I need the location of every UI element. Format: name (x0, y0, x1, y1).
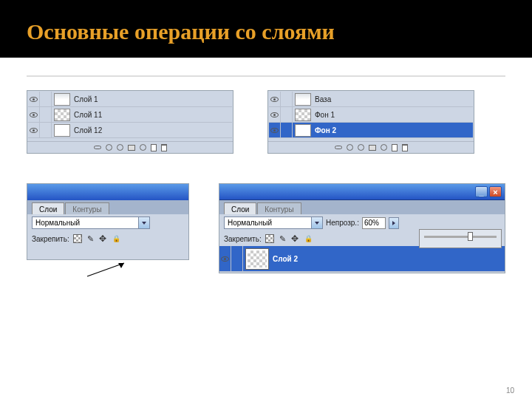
lock-pixels-icon[interactable] (86, 235, 95, 243)
visibility-toggle[interactable] (28, 92, 40, 106)
slide-header: Основные операции со слоями (0, 0, 532, 58)
tab-layers[interactable]: Слои (224, 202, 256, 214)
layer-name[interactable]: Слой 2 (273, 255, 298, 263)
lock-label: Закрепить: (224, 235, 262, 243)
layers-panel-a: Слой 1 Слой 11 Слой 12 (27, 90, 233, 154)
layer-name[interactable]: Ваза (315, 95, 331, 103)
eye-icon (270, 112, 279, 117)
visibility-toggle[interactable] (219, 246, 231, 272)
svg-line-0 (87, 263, 124, 276)
eye-icon (270, 128, 279, 133)
lock-position-icon[interactable]: ✥ (290, 234, 300, 244)
layer-thumbnail[interactable] (246, 249, 268, 269)
eye-icon (30, 112, 38, 117)
adjustment-icon[interactable] (140, 144, 146, 151)
eye-icon (221, 256, 229, 262)
panel-titlebar[interactable]: _ × (219, 184, 505, 200)
layer-mask-icon[interactable] (358, 144, 364, 151)
lock-position-icon[interactable]: ✥ (98, 234, 108, 244)
layer-thumbnail[interactable] (54, 124, 70, 137)
lock-all-icon[interactable] (304, 234, 313, 244)
delete-layer-icon[interactable] (402, 144, 408, 151)
eye-icon (30, 128, 38, 133)
eye-icon (270, 97, 279, 102)
opacity-flyout-button[interactable] (389, 217, 399, 229)
annotation-arrow (84, 262, 129, 278)
chevron-down-icon (138, 217, 149, 228)
divider (27, 75, 505, 77)
blend-mode-select[interactable]: Нормальный (32, 216, 150, 229)
opacity-field[interactable]: 60% (362, 217, 386, 229)
opacity-slider[interactable] (424, 236, 497, 238)
layers-panel-b: Ваза Фон 1 Фон 2 (267, 90, 474, 154)
svg-marker-1 (118, 263, 124, 268)
delete-layer-icon[interactable] (161, 144, 167, 151)
new-layer-icon[interactable] (151, 144, 157, 151)
minimize-button[interactable]: _ (475, 186, 488, 197)
eye-icon (30, 97, 38, 102)
new-group-icon[interactable] (128, 145, 135, 151)
visibility-toggle[interactable] (269, 92, 281, 106)
panel-footer (27, 141, 233, 153)
layer-style-icon[interactable] (106, 144, 112, 151)
blend-mode-select[interactable]: Нормальный (224, 216, 323, 229)
layer-row[interactable]: Слой 1 (28, 92, 232, 107)
link-layers-icon[interactable] (94, 146, 101, 149)
panel-titlebar[interactable] (27, 184, 188, 200)
layer-style-icon[interactable] (347, 144, 353, 151)
layer-thumbnail[interactable] (295, 93, 311, 106)
layer-row[interactable]: Фон 1 (269, 107, 473, 123)
tab-paths[interactable]: Контуры (257, 202, 301, 214)
slider-thumb[interactable] (468, 232, 473, 241)
opacity-label: Непрозр.: (326, 219, 359, 227)
layer-row[interactable]: Слой 12 (28, 123, 232, 138)
new-layer-icon[interactable] (392, 144, 398, 151)
lock-label: Закрепить: (32, 235, 69, 243)
layer-name[interactable]: Фон 1 (315, 111, 335, 119)
new-group-icon[interactable] (369, 145, 376, 151)
panel-footer (268, 141, 474, 153)
adjustment-icon[interactable] (381, 144, 387, 151)
tab-paths[interactable]: Контуры (65, 202, 109, 214)
layers-options-panel-c: Слои Контуры Нормальный Закрепить: ✥ (27, 183, 189, 260)
page-number: 10 (506, 386, 514, 395)
layer-thumbnail[interactable] (54, 93, 70, 106)
panel-tabs: Слои Контуры (27, 200, 188, 214)
lock-pixels-icon[interactable] (279, 235, 287, 243)
panel-tabs: Слои Контуры (219, 200, 505, 214)
close-button[interactable]: × (489, 186, 502, 197)
visibility-toggle[interactable] (269, 123, 281, 137)
layer-row[interactable]: Фон 2 (269, 123, 473, 138)
layers-options-panel-d: _ × Слои Контуры Нормальный Непрозр.: 60… (219, 183, 505, 273)
layer-name[interactable]: Слой 11 (74, 111, 102, 119)
layer-row[interactable]: Ваза (269, 92, 473, 107)
lock-all-icon[interactable] (112, 234, 121, 244)
opacity-slider-popup (419, 229, 502, 248)
layer-name[interactable]: Слой 1 (74, 95, 98, 103)
layer-thumbnail[interactable] (295, 124, 311, 137)
lock-transparent-icon[interactable] (265, 234, 275, 244)
chevron-down-icon (311, 217, 322, 228)
blend-mode-value: Нормальный (228, 219, 272, 227)
layer-thumbnail[interactable] (295, 109, 311, 121)
tab-layers[interactable]: Слои (32, 202, 64, 214)
slide-title: Основные операции со слоями (27, 19, 532, 44)
link-layers-icon[interactable] (335, 146, 342, 149)
layer-row[interactable]: Слой 11 (28, 107, 232, 123)
layer-name[interactable]: Фон 2 (315, 126, 336, 134)
layer-name[interactable]: Слой 12 (74, 126, 102, 134)
visibility-toggle[interactable] (28, 107, 40, 122)
layer-mask-icon[interactable] (117, 144, 123, 151)
blend-mode-value: Нормальный (35, 219, 80, 227)
layer-thumbnail[interactable] (54, 109, 70, 121)
visibility-toggle[interactable] (28, 123, 40, 137)
lock-transparent-icon[interactable] (73, 234, 83, 244)
visibility-toggle[interactable] (269, 107, 281, 122)
layer-row[interactable]: Слой 2 (219, 246, 505, 272)
